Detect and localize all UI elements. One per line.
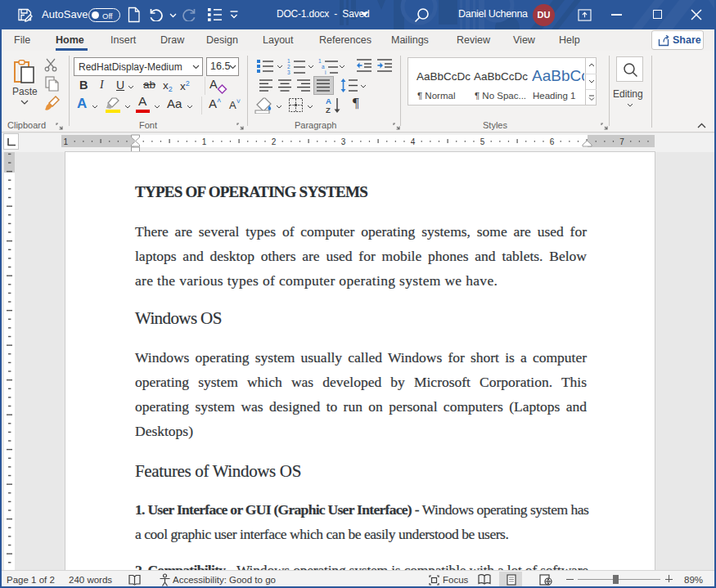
svg-text:3: 3 (341, 137, 346, 146)
svg-text:2: 2 (272, 137, 277, 146)
svg-text:i: i (325, 70, 326, 74)
svg-text:1: 1 (318, 58, 322, 64)
svg-text:a: a (322, 64, 325, 70)
svg-text:A: A (326, 97, 331, 105)
svg-text:1: 1 (202, 137, 207, 146)
svg-text:5: 5 (480, 137, 485, 146)
svg-text:Z: Z (326, 105, 331, 114)
svg-text:1: 1 (287, 58, 290, 64)
svg-text:7: 7 (619, 137, 624, 146)
svg-text:3: 3 (287, 70, 290, 74)
svg-text:1: 1 (64, 137, 69, 146)
svg-text:2: 2 (287, 64, 290, 70)
svg-text:4: 4 (411, 137, 416, 146)
svg-text:6: 6 (550, 137, 555, 146)
